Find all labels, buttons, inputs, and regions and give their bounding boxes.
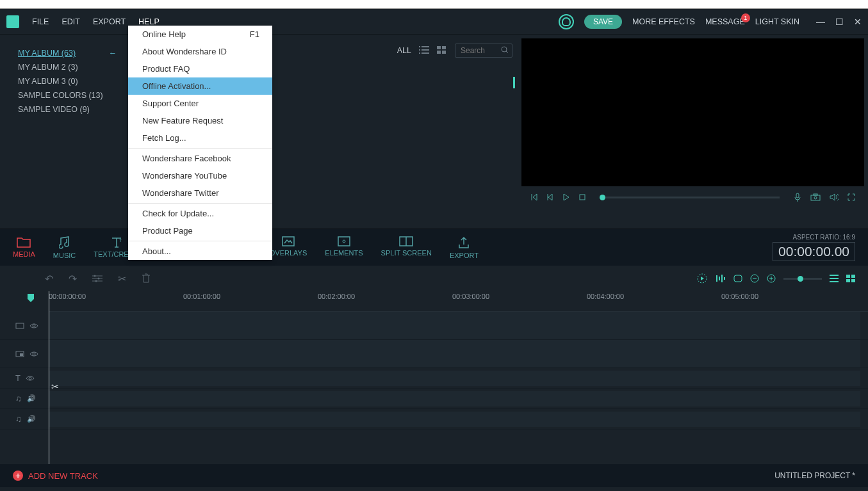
music-icon: [59, 236, 70, 249]
pip-track-icon: [15, 350, 24, 358]
menu-file[interactable]: FILE: [32, 15, 49, 29]
album-item[interactable]: MY ALBUM 3 (0): [18, 74, 122, 88]
trash-icon[interactable]: [142, 273, 151, 284]
tab-elements[interactable]: ELEMENTS: [325, 236, 363, 259]
snapshot-icon[interactable]: [810, 193, 821, 201]
help-menu-item[interactable]: Online HelpF1: [128, 26, 272, 43]
minimize-icon[interactable]: —: [816, 17, 825, 27]
crop-icon[interactable]: [733, 275, 742, 282]
maximize-icon[interactable]: ☐: [835, 17, 844, 27]
zoom-slider[interactable]: [783, 278, 822, 280]
view-grid-icon[interactable]: [846, 275, 855, 282]
close-icon[interactable]: ✕: [854, 17, 862, 27]
tab-label: EXPORT: [450, 252, 479, 259]
tab-splitscreen[interactable]: SPLIT SCREEN: [381, 236, 432, 259]
album-item[interactable]: MY ALBUM 2 (3): [18, 60, 122, 74]
help-menu-item[interactable]: Support Center: [128, 95, 272, 112]
audio-mixer-icon[interactable]: [716, 274, 726, 283]
play-icon[interactable]: [562, 193, 570, 201]
tab-label: SPLIT SCREEN: [381, 249, 432, 257]
prev-frame-icon[interactable]: [530, 193, 538, 201]
tab-label: MEDIA: [13, 250, 35, 258]
mic-icon[interactable]: [794, 193, 801, 202]
elements-icon: [338, 236, 350, 246]
step-back-icon[interactable]: [547, 193, 553, 201]
tab-export[interactable]: EXPORT: [450, 236, 479, 259]
video-track-1[interactable]: [0, 312, 868, 340]
visibility-icon[interactable]: [29, 351, 38, 357]
playhead[interactable]: [49, 291, 49, 464]
view-list-icon[interactable]: [830, 275, 839, 282]
tracks: T ♫🔊 ♫🔊: [0, 312, 868, 430]
ruler[interactable]: 00:00:00:0000:01:00:0000:02:00:0000:03:0…: [49, 291, 868, 312]
message-label: MESSAGE: [705, 17, 745, 26]
message-link[interactable]: MESSAGE1: [705, 17, 745, 26]
split-marker-icon[interactable]: ✂: [51, 382, 59, 392]
aspect-ratio: ASPECT RATIO: 16:9: [773, 234, 855, 241]
playhead-marker-icon[interactable]: [28, 294, 34, 303]
save-button[interactable]: SAVE: [584, 15, 622, 29]
help-menu-item[interactable]: Fetch Log...: [128, 129, 272, 147]
tab-overlays[interactable]: OVERLAYS: [270, 236, 307, 259]
visibility-icon[interactable]: [29, 323, 38, 329]
back-arrow-icon[interactable]: ←: [109, 49, 117, 58]
playback-progress[interactable]: [600, 197, 780, 198]
mute-icon[interactable]: 🔊: [27, 415, 36, 423]
add-track-button[interactable]: + ADD NEW TRACK: [13, 471, 98, 481]
help-menu-item[interactable]: Wondershare Twitter: [128, 184, 272, 202]
svg-rect-13: [338, 237, 350, 246]
volume-icon[interactable]: [830, 193, 839, 201]
mute-icon[interactable]: 🔊: [27, 394, 36, 403]
export-icon: [458, 236, 470, 249]
timecode: 00:00:00.00: [773, 242, 855, 261]
svg-rect-4: [580, 195, 585, 200]
menu-export[interactable]: EXPORT: [93, 15, 126, 29]
text-track[interactable]: T: [0, 368, 868, 389]
audio-track-2[interactable]: ♫🔊: [0, 409, 868, 430]
zoom-in-icon[interactable]: [767, 274, 776, 283]
text-track-icon: T: [15, 373, 20, 383]
project-name: UNTITLED PROJECT *: [774, 471, 855, 480]
tab-label: MUSIC: [53, 252, 76, 259]
album-item[interactable]: MY ALBUM (63)←: [18, 46, 122, 60]
help-menu-item[interactable]: Wondershare YouTube: [128, 167, 272, 184]
help-menu-item[interactable]: New Feature Request: [128, 112, 272, 129]
plus-icon: +: [13, 471, 23, 481]
help-menu-item[interactable]: Offline Activation...: [128, 77, 272, 95]
svg-point-14: [343, 240, 345, 243]
ruler-mark: 00:02:00:00: [318, 293, 355, 300]
audio-track-1[interactable]: ♫🔊: [0, 389, 868, 409]
album-item[interactable]: SAMPLE VIDEO (9): [18, 102, 122, 117]
undo-icon[interactable]: ↶: [45, 273, 53, 285]
scroll-marker[interactable]: [513, 77, 515, 88]
grid-view-icon[interactable]: [437, 46, 447, 55]
svg-rect-21: [734, 275, 742, 282]
zoom-out-icon[interactable]: [750, 274, 759, 283]
stop-icon[interactable]: [579, 194, 585, 200]
menu-edit[interactable]: EDIT: [61, 15, 79, 29]
cut-icon[interactable]: ✂: [118, 273, 126, 285]
fullscreen-icon[interactable]: [848, 193, 855, 201]
help-menu-item[interactable]: Wondershare Facebook: [128, 150, 272, 167]
list-view-icon[interactable]: [419, 46, 429, 55]
redo-icon[interactable]: ↷: [69, 273, 77, 285]
help-menu-item[interactable]: Product FAQ: [128, 60, 272, 77]
preview-controls: [521, 186, 864, 208]
tab-media[interactable]: MEDIA: [13, 236, 35, 259]
album-item[interactable]: SAMPLE COLORS (13): [18, 88, 122, 102]
tab-label: ELEMENTS: [325, 249, 363, 257]
render-icon[interactable]: [696, 273, 708, 284]
video-track-2[interactable]: [0, 340, 868, 368]
more-effects-link[interactable]: MORE EFFECTS: [632, 17, 695, 26]
filter-all[interactable]: ALL: [397, 46, 411, 55]
tab-music[interactable]: MUSIC: [53, 236, 76, 259]
adjust-icon[interactable]: [92, 275, 102, 282]
help-menu-item[interactable]: About...: [128, 243, 272, 260]
visibility-icon[interactable]: [26, 375, 35, 382]
help-menu-item[interactable]: Product Page: [128, 222, 272, 239]
light-skin-link[interactable]: LIGHT SKIN: [755, 17, 799, 26]
help-menu-item[interactable]: About Wondershare ID: [128, 43, 272, 60]
user-icon[interactable]: [559, 14, 574, 29]
svg-rect-28: [851, 275, 855, 278]
help-menu-item[interactable]: Check for Update...: [128, 205, 272, 222]
